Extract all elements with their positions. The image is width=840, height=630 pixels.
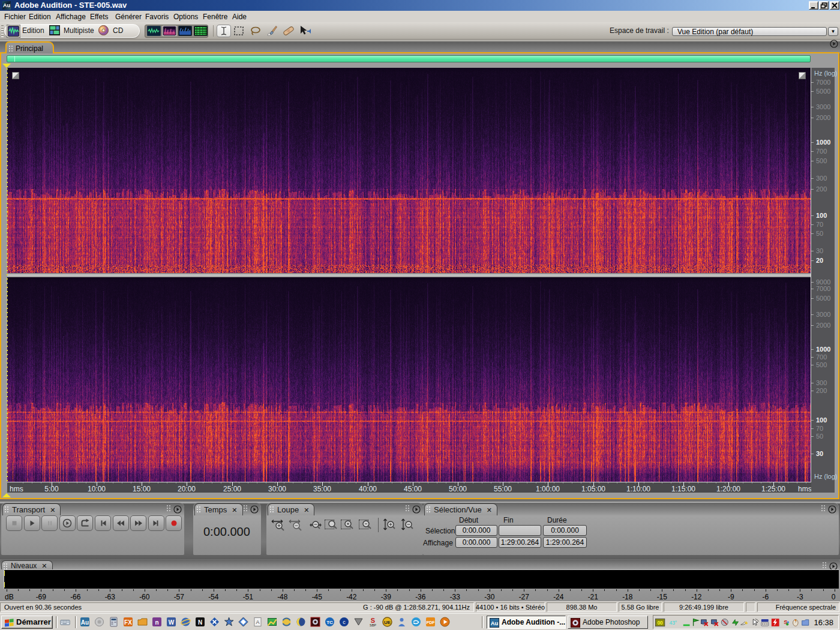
svg-text:A: A [256,619,259,625]
svg-text:PDF: PDF [427,620,436,625]
svg-text:Au: Au [81,619,89,626]
svg-text:c: c [343,619,346,625]
svg-text:N: N [198,619,202,626]
svg-text:SBP: SBP [370,623,376,627]
svg-text:Au: Au [491,620,499,626]
svg-text:W: W [169,619,175,626]
svg-text:43°: 43° [669,620,677,626]
svg-text:FX: FX [124,619,132,626]
svg-text:00: 00 [657,620,663,626]
svg-text:UE: UE [384,620,391,625]
svg-text:TC: TC [326,620,333,625]
svg-text:n: n [155,619,158,626]
